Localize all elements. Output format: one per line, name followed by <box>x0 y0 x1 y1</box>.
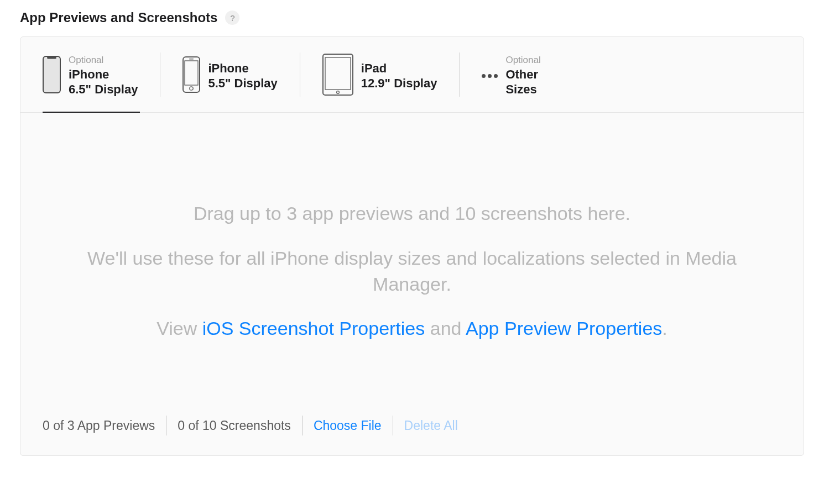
dropzone-wrap: Drag up to 3 app previews and 10 screens… <box>20 113 804 455</box>
svg-point-4 <box>190 87 193 90</box>
tab-text: Optional iPhone 6.5" Display <box>69 54 138 97</box>
tab-other-line1: Other <box>505 67 540 82</box>
tab-text: iPhone 5.5" Display <box>208 61 277 91</box>
footer-separator <box>393 416 393 435</box>
section-header: App Previews and Screenshots ? <box>20 10 804 25</box>
ios-screenshot-properties-link[interactable]: iOS Screenshot Properties <box>202 318 425 339</box>
and-text: and <box>425 318 466 339</box>
tab-device-name: iPhone <box>69 67 138 82</box>
choose-file-link[interactable]: Choose File <box>314 418 382 433</box>
footer: 0 of 3 App Previews 0 of 10 Screenshots … <box>20 400 804 455</box>
svg-rect-5 <box>189 59 194 60</box>
app-previews-count: 0 of 3 App Previews <box>43 418 155 433</box>
tab-separator <box>459 53 460 97</box>
svg-rect-0 <box>43 56 60 93</box>
delete-all-link[interactable]: Delete All <box>404 418 458 433</box>
tab-text: Optional Other Sizes <box>505 54 540 97</box>
previews-card: Optional iPhone 6.5" Display iPhone 5.5"… <box>20 36 804 456</box>
more-icon <box>482 74 498 78</box>
tab-iphone-5-5[interactable]: iPhone 5.5" Display <box>182 48 277 112</box>
footer-separator <box>302 416 303 435</box>
tab-text: iPad 12.9" Display <box>361 61 437 91</box>
footer-separator <box>166 416 166 435</box>
period: . <box>662 318 667 339</box>
screenshots-count: 0 of 10 Screenshots <box>178 418 291 433</box>
svg-rect-7 <box>325 57 351 90</box>
tab-ipad-12-9[interactable]: iPad 12.9" Display <box>322 48 437 112</box>
view-prefix: View <box>157 318 202 339</box>
tab-optional-label: Optional <box>69 54 138 66</box>
ipad-icon <box>322 54 353 98</box>
iphone-large-icon <box>43 56 61 96</box>
iphone-small-icon <box>182 56 200 95</box>
tab-optional-label: Optional <box>505 54 540 66</box>
svg-point-8 <box>336 91 339 94</box>
svg-rect-6 <box>323 54 353 95</box>
svg-rect-1 <box>47 57 56 59</box>
section-title: App Previews and Screenshots <box>20 10 217 25</box>
tab-iphone-6-5[interactable]: Optional iPhone 6.5" Display <box>43 48 138 112</box>
tab-device-name: iPhone <box>208 61 277 76</box>
dropzone[interactable]: Drag up to 3 app previews and 10 screens… <box>20 113 804 375</box>
app-preview-properties-link[interactable]: App Preview Properties <box>466 318 662 339</box>
dropzone-instruction-2: We'll use these for all iPhone display s… <box>54 245 770 298</box>
help-icon[interactable]: ? <box>225 11 239 25</box>
dropzone-links-line: View iOS Screenshot Properties and App P… <box>54 316 770 342</box>
tab-display-size: 6.5" Display <box>69 82 138 97</box>
device-tabs: Optional iPhone 6.5" Display iPhone 5.5"… <box>20 37 804 113</box>
tab-other-sizes[interactable]: Optional Other Sizes <box>482 48 540 112</box>
tab-display-size: 12.9" Display <box>361 76 437 91</box>
dropzone-instruction-1: Drag up to 3 app previews and 10 screens… <box>54 201 770 227</box>
tab-separator <box>300 53 300 97</box>
tab-other-line2: Sizes <box>505 82 540 97</box>
tab-device-name: iPad <box>361 61 437 76</box>
tab-separator <box>160 53 160 97</box>
tab-display-size: 5.5" Display <box>208 76 277 91</box>
svg-rect-3 <box>185 61 198 85</box>
